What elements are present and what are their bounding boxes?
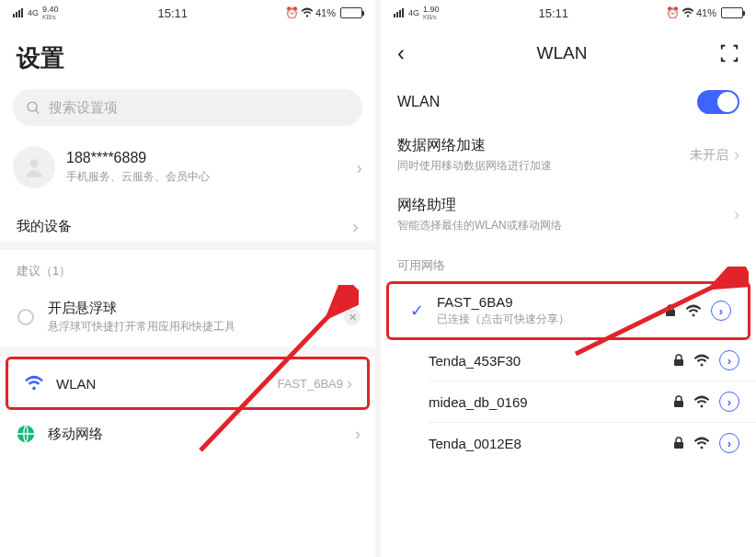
wlan-row[interactable]: WLAN FAST_6BA9 › — [6, 357, 370, 410]
page-title: WLAN — [537, 43, 588, 63]
chevron-right-icon: › — [734, 145, 739, 165]
clock: 15:11 — [538, 6, 568, 20]
alarm-icon: ⏰ — [666, 6, 680, 19]
wlan-screen: 4G 1.90KB/s 15:11 ⏰ 41% ‹ WLAN WLAN 数据网络… — [381, 0, 756, 557]
search-icon — [26, 100, 41, 116]
network-sub: 已连接（点击可快速分享） — [437, 312, 569, 327]
suggestion-sub: 悬浮球可快捷打开常用应用和快捷工具 — [48, 319, 235, 335]
clock: 15:11 — [157, 6, 188, 20]
back-button[interactable]: ‹ — [397, 40, 405, 66]
suggestion-row[interactable]: 开启悬浮球 悬浮球可快捷打开常用应用和快捷工具 ✕ — [0, 287, 375, 347]
assistant-title: 网络助理 — [397, 196, 562, 215]
account-phone: 188****6889 — [66, 150, 210, 166]
signal-icon — [394, 8, 404, 17]
titlebar: ‹ WLAN — [381, 26, 756, 79]
chevron-right-icon: › — [355, 425, 361, 444]
page-title: 设置 — [0, 26, 375, 89]
suggestions-header: 建议（1） — [0, 250, 375, 287]
wifi-icon — [23, 372, 45, 394]
settings-screen: 4G 9.40 KB/s 15:11 ⏰ 41% 设置 搜索设置项 188***… — [0, 0, 375, 557]
svg-line-1 — [36, 109, 40, 113]
battery-pct: 41% — [696, 7, 716, 18]
info-icon[interactable]: › — [711, 301, 731, 321]
battery-icon — [721, 7, 743, 18]
lock-icon — [673, 437, 684, 449]
close-icon[interactable]: ✕ — [344, 309, 361, 325]
status-bar: 4G 1.90KB/s 15:11 ⏰ 41% — [381, 0, 756, 26]
status-bar: 4G 9.40 KB/s 15:11 ⏰ 41% — [0, 0, 375, 26]
network-row[interactable]: midea_db_0169 › — [381, 381, 756, 422]
info-icon[interactable]: › — [719, 392, 739, 412]
accel-title: 数据网络加速 — [397, 136, 552, 155]
available-networks-header: 可用网络 — [381, 244, 756, 281]
wifi-strength-icon — [693, 395, 710, 409]
info-icon[interactable]: › — [719, 433, 739, 453]
svg-rect-7 — [674, 401, 683, 407]
account-row[interactable]: 188****6889 手机服务、云服务、会员中心 › — [0, 139, 375, 205]
wifi-icon — [682, 7, 694, 18]
network-row[interactable]: Tenda_453F30 › — [381, 340, 756, 381]
svg-rect-6 — [674, 359, 683, 366]
wifi-strength-icon — [693, 354, 710, 368]
wifi-strength-icon — [693, 437, 710, 450]
suggestion-title: 开启悬浮球 — [48, 300, 235, 317]
chevron-right-icon: › — [734, 205, 739, 224]
wlan-toggle[interactable] — [697, 90, 739, 114]
check-icon: ✓ — [406, 301, 428, 321]
signal-icon — [13, 8, 23, 17]
network-name: Tenda_453F30 — [429, 353, 521, 369]
circle-icon — [15, 306, 37, 328]
accel-value: 未开启 — [690, 147, 728, 164]
my-devices-header[interactable]: 我的设备 › — [0, 205, 375, 241]
wifi-strength-icon — [685, 304, 702, 318]
info-icon[interactable]: › — [719, 350, 739, 370]
chevron-right-icon: › — [356, 157, 362, 178]
avatar — [13, 146, 55, 188]
network-name: FAST_6BA9 — [437, 294, 569, 310]
chevron-right-icon: › — [352, 216, 359, 237]
lock-icon — [673, 395, 684, 408]
assistant-sub: 智能选择最佳的WLAN或移动网络 — [397, 218, 562, 233]
wlan-label: WLAN — [397, 94, 440, 110]
wlan-toggle-row: WLAN — [381, 79, 756, 125]
globe-icon — [15, 423, 37, 445]
mobile-net-label: 移动网络 — [48, 426, 103, 443]
svg-point-2 — [30, 159, 39, 167]
search-input[interactable]: 搜索设置项 — [13, 89, 362, 126]
scan-icon[interactable] — [719, 43, 739, 63]
account-sub: 手机服务、云服务、会员中心 — [66, 169, 210, 185]
wifi-icon — [301, 7, 314, 18]
lock-icon — [673, 354, 684, 367]
search-placeholder: 搜索设置项 — [49, 99, 118, 117]
battery-pct: 41% — [315, 7, 336, 18]
svg-rect-5 — [666, 310, 675, 316]
wlan-value: FAST_6BA9 — [277, 377, 343, 391]
svg-rect-8 — [674, 442, 683, 449]
data-accel-row[interactable]: 数据网络加速 同时使用移动数据网络进行加速 未开启› — [381, 125, 756, 185]
network-row[interactable]: Tenda_0012E8 › — [381, 423, 756, 463]
network-name: Tenda_0012E8 — [429, 436, 521, 451]
network-label: 4G — [28, 9, 39, 17]
alarm-icon: ⏰ — [285, 6, 299, 19]
network-name: midea_db_0169 — [429, 394, 528, 410]
mobile-network-row[interactable]: 移动网络 › — [0, 410, 375, 458]
battery-icon — [340, 7, 362, 18]
accel-sub: 同时使用移动数据网络进行加速 — [397, 158, 552, 174]
net-assistant-row[interactable]: 网络助理 智能选择最佳的WLAN或移动网络 › — [381, 185, 756, 244]
lock-icon — [665, 304, 676, 317]
network-row-connected[interactable]: ✓ FAST_6BA9 已连接（点击可快速分享） › — [389, 284, 748, 337]
svg-point-0 — [28, 102, 37, 111]
chevron-right-icon: › — [347, 374, 352, 393]
wlan-label: WLAN — [56, 376, 96, 392]
